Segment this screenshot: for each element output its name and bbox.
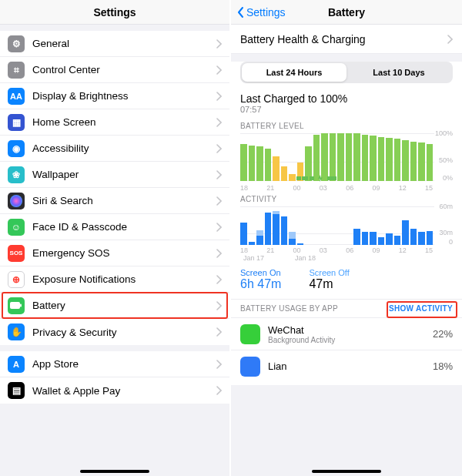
x-tick: 15 bbox=[425, 246, 433, 254]
battery-icon bbox=[8, 297, 25, 314]
x-tick: 15 bbox=[425, 184, 433, 192]
row-label: Wallpaper bbox=[32, 169, 216, 180]
row-label: Control Center bbox=[32, 64, 216, 75]
settings-row-battery[interactable]: Battery bbox=[0, 293, 229, 319]
back-button[interactable]: Settings bbox=[237, 6, 286, 18]
level-bar bbox=[418, 133, 425, 181]
activity-bar bbox=[273, 206, 280, 245]
level-bar bbox=[353, 133, 360, 181]
row-label: Home Screen bbox=[32, 116, 216, 128]
settings-row-emergency-sos[interactable]: SOSEmergency SOS bbox=[0, 240, 229, 266]
ylab-0m: 0 bbox=[449, 238, 453, 246]
activity-bar bbox=[386, 206, 393, 245]
last-charged: Last Charged to 100% 07:57 bbox=[231, 91, 462, 119]
activity-bar bbox=[353, 206, 360, 245]
settings-row-general[interactable]: ⚙︎General bbox=[0, 31, 229, 57]
level-bar bbox=[394, 133, 401, 181]
battery-level-header: BATTERY LEVEL bbox=[231, 119, 462, 132]
activity-bar bbox=[240, 206, 247, 245]
activity-bar bbox=[427, 206, 434, 245]
SOS-icon: SOS bbox=[8, 245, 25, 262]
level-bar bbox=[370, 133, 377, 181]
settings-row-privacy-security[interactable]: ✋Privacy & Security bbox=[0, 319, 229, 345]
ylab-50: 50% bbox=[439, 156, 453, 164]
seg-last-24h[interactable]: Last 24 Hours bbox=[242, 63, 346, 82]
switches-icon: ⌗ bbox=[8, 62, 25, 79]
level-bar bbox=[337, 133, 344, 181]
row-label: General bbox=[32, 38, 216, 49]
row-label: Siri & Search bbox=[32, 195, 216, 206]
battery-health-row[interactable]: Battery Health & Charging bbox=[231, 25, 462, 54]
level-bar bbox=[410, 133, 417, 181]
level-bar bbox=[330, 133, 336, 181]
screen-on-value: 6h 47m bbox=[240, 277, 281, 291]
screen-stats: Screen On 6h 47m Screen Off 47m bbox=[231, 262, 462, 299]
settings-row-face-id-passcode[interactable]: ☺Face ID & Passcode bbox=[0, 214, 229, 240]
home-indicator[interactable] bbox=[312, 470, 381, 473]
settings-row-wallpaper[interactable]: ❀Wallpaper bbox=[0, 162, 229, 188]
last-charged-text: Last Charged to 100% bbox=[240, 92, 453, 105]
chevron-right-icon bbox=[216, 118, 222, 127]
x-tick: 03 bbox=[320, 184, 327, 192]
activity-bar bbox=[321, 206, 328, 245]
x-tick: 06 bbox=[346, 246, 353, 254]
home-indicator[interactable] bbox=[80, 470, 149, 473]
chevron-right-icon bbox=[216, 249, 222, 258]
settings-list-pane: Settings ⚙︎General⌗Control CenterAADispl… bbox=[0, 0, 231, 476]
settings-row-siri-search[interactable]: Siri & Search bbox=[0, 188, 229, 214]
activity-bar bbox=[346, 206, 353, 245]
row-label: Face ID & Passcode bbox=[32, 221, 216, 233]
app-usage-row[interactable]: Lian18% bbox=[231, 350, 462, 382]
settings-row-home-screen[interactable]: ▦Home Screen bbox=[0, 109, 229, 136]
activity-bar bbox=[313, 206, 320, 245]
settings-row-control-center[interactable]: ⌗Control Center bbox=[0, 57, 229, 83]
x-tick: 12 bbox=[399, 184, 407, 192]
chevron-right-icon bbox=[216, 65, 222, 75]
ylab-0: 0% bbox=[443, 174, 453, 182]
wallet-icon: ▤ bbox=[8, 382, 25, 399]
activity-bar bbox=[378, 206, 385, 245]
activity-bar bbox=[281, 206, 288, 245]
activity-bar bbox=[305, 206, 312, 245]
row-label: Exposure Notifications bbox=[32, 273, 216, 285]
siri-icon bbox=[8, 193, 25, 210]
activity-bar bbox=[289, 206, 296, 245]
app-subtitle: Background Activity bbox=[268, 336, 433, 344]
screen-off-label: Screen Off bbox=[309, 268, 349, 277]
level-bar bbox=[256, 133, 263, 181]
time-range-segmented[interactable]: Last 24 Hours Last 10 Days bbox=[240, 62, 453, 83]
app-percent: 22% bbox=[433, 328, 453, 340]
chevron-right-icon bbox=[216, 196, 222, 206]
settings-row-accessibility[interactable]: ◉Accessibility bbox=[0, 136, 229, 162]
settings-row-app-store[interactable]: AApp Store bbox=[0, 351, 229, 377]
battery-stats-section: Last 24 Hours Last 10 Days Last Charged … bbox=[231, 62, 462, 385]
settings-row-display-brightness[interactable]: AADisplay & Brightness bbox=[0, 83, 229, 109]
seg-last-10d[interactable]: Last 10 Days bbox=[346, 63, 451, 82]
left-navbar: Settings bbox=[0, 0, 229, 25]
battery-level-chart[interactable]: 100% 50% 0% 1821000306091215 bbox=[240, 132, 453, 192]
level-bar bbox=[427, 133, 434, 181]
x-date: Jan 17 bbox=[243, 254, 264, 262]
activity-bar bbox=[297, 206, 304, 245]
level-bar bbox=[402, 133, 409, 181]
battery-health-label: Battery Health & Charging bbox=[240, 33, 447, 45]
settings-row-exposure-notifications[interactable]: ⊕Exposure Notifications bbox=[0, 266, 229, 293]
app-usage-row[interactable]: WeChatBackground Activity22% bbox=[231, 317, 462, 350]
settings-row-wallet-apple-pay[interactable]: ▤Wallet & Apple Pay bbox=[0, 377, 229, 404]
show-activity-button[interactable]: SHOW ACTIVITY bbox=[389, 304, 453, 313]
x-date: Jan 18 bbox=[295, 254, 316, 262]
bolt-icon bbox=[317, 175, 323, 182]
x-tick: 09 bbox=[372, 246, 380, 254]
activity-chart[interactable]: 60m 30m 0 1821000306091215 Jan 17Jan 18 bbox=[240, 205, 453, 262]
activity-bar bbox=[418, 206, 425, 245]
activity-bar bbox=[362, 206, 369, 245]
right-scroll[interactable]: Battery Health & Charging Last 24 Hours … bbox=[231, 25, 462, 385]
x-tick: 21 bbox=[266, 184, 274, 192]
battery-detail-pane: Settings Battery Battery Health & Chargi… bbox=[231, 0, 462, 476]
ylab-30m: 30m bbox=[439, 229, 453, 236]
A-icon: A bbox=[8, 356, 25, 373]
back-label: Settings bbox=[246, 6, 286, 18]
grid-icon: ▦ bbox=[8, 114, 25, 131]
activity-bar bbox=[249, 206, 256, 245]
activity-bar bbox=[410, 206, 417, 245]
